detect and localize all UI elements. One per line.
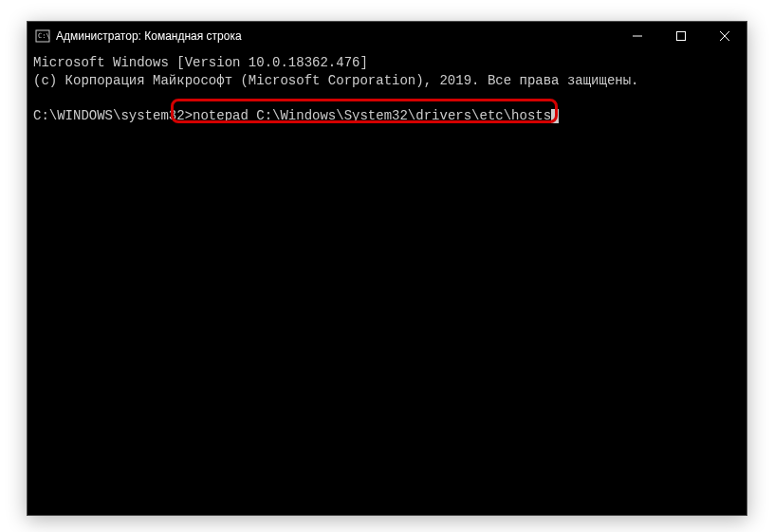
blank-line	[33, 90, 741, 107]
minimize-button[interactable]	[616, 22, 659, 50]
close-button[interactable]	[703, 22, 746, 50]
command-text: notepad C:\Windows\System32\drivers\etc\…	[193, 108, 551, 123]
window-title: Администратор: Командная строка	[56, 29, 616, 43]
version-line: Microsoft Windows [Version 10.0.18362.47…	[33, 54, 741, 72]
cmd-icon: C:\	[35, 28, 50, 44]
prompt-text: C:\WINDOWS\system32>	[33, 108, 193, 123]
cmd-window: C:\ Администратор: Командная строка	[27, 21, 747, 516]
maximize-button[interactable]	[659, 22, 703, 50]
prompt-line: C:\WINDOWS\system32>notepad C:\Windows\S…	[33, 107, 741, 125]
terminal-output[interactable]: Microsoft Windows [Version 10.0.18362.47…	[28, 50, 746, 515]
svg-rect-3	[677, 32, 686, 41]
svg-text:C:\: C:\	[38, 32, 50, 40]
titlebar[interactable]: C:\ Администратор: Командная строка	[28, 22, 746, 50]
window-controls	[616, 22, 746, 49]
cursor	[551, 109, 559, 123]
copyright-line: (c) Корпорация Майкрософт (Microsoft Cor…	[33, 72, 741, 90]
